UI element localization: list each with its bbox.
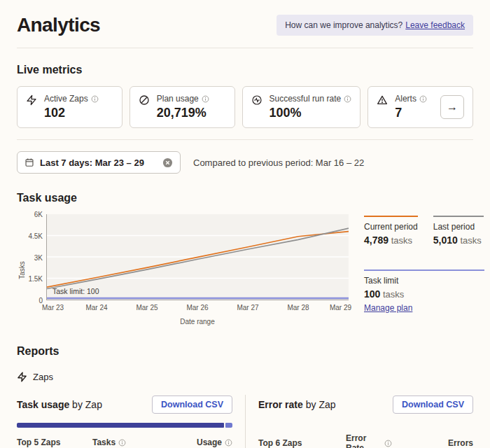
task-usage-by-zap-panel: Task usage by Zap Download CSV Top 5 Zap…	[17, 395, 245, 448]
date-filter-row: Last 7 days: Mar 23 – 29 Compared to pre…	[17, 151, 473, 174]
info-icon[interactable]	[91, 95, 99, 103]
download-csv-button[interactable]: Download CSV	[393, 396, 473, 414]
metric-label: Active Zaps	[44, 94, 88, 104]
tab-zaps[interactable]: Zaps	[17, 372, 53, 382]
panel-title: Error rate by Zap	[258, 399, 336, 410]
comparison-period-text: Compared to previous period: Mar 16 – 22	[193, 158, 364, 168]
error-rate-table: Top 6 Zaps Error Rate Errors Lead intake…	[258, 433, 473, 448]
task-usage-chart-area: Tasks 01.5K3K4.5K6K Task limit: 100 Mar …	[17, 214, 473, 326]
info-icon[interactable]	[384, 440, 392, 447]
line-chart: Tasks 01.5K3K4.5K6K Task limit: 100 Mar …	[17, 214, 349, 326]
panel-title: Task usage by Zap	[17, 399, 102, 410]
info-icon[interactable]	[225, 439, 232, 447]
metric-label: Plan usage	[157, 94, 199, 104]
metric-card-run-rate: Successful run rate 100%	[242, 86, 361, 128]
feedback-banner: How can we improve analytics? Leave feed…	[276, 15, 473, 36]
task-usage-heading: Task usage	[17, 192, 473, 204]
alerts-detail-button[interactable]: →	[440, 95, 464, 119]
date-range-picker[interactable]: Last 7 days: Mar 23 – 29	[17, 151, 181, 174]
column-error-rate: Error Rate	[346, 433, 392, 448]
y-axis-ticks: 01.5K3K4.5K6K	[27, 214, 46, 300]
metric-card-plan-usage: Plan usage 20,719%	[130, 86, 235, 128]
leave-feedback-link[interactable]: Leave feedback	[405, 20, 465, 30]
usage-distribution-bar	[17, 423, 232, 428]
metric-card-active-zaps: Active Zaps 102	[17, 86, 122, 128]
error-rate-by-zap-panel: Error rate by Zap Download CSV Top 6 Zap…	[245, 395, 473, 448]
page-title: Analytics	[17, 14, 100, 36]
metric-value: 100%	[270, 106, 352, 120]
reports-heading: Reports	[17, 345, 473, 358]
column-top-zaps: Top 5 Zaps	[17, 438, 92, 447]
legend-current-period: Current period 4,789 tasks	[364, 216, 418, 246]
table-header-row: Top 5 Zaps Tasks Usage	[17, 433, 232, 448]
metrics-divider	[17, 139, 473, 140]
metric-label: Alerts	[395, 94, 416, 104]
info-icon[interactable]	[419, 95, 427, 103]
pulse-circle-icon	[251, 94, 262, 106]
x-axis-ticks: Mar 23Mar 24Mar 25Mar 26Mar 27Mar 28Mar …	[46, 302, 349, 314]
analytics-page: Analytics How can we improve analytics? …	[0, 0, 490, 448]
column-errors: Errors	[441, 438, 473, 448]
feedback-prompt: How can we improve analytics?	[285, 20, 402, 30]
metric-cards: Active Zaps 102 Plan usage 20	[17, 86, 473, 128]
alert-triangle-icon	[377, 94, 388, 106]
date-range-label: Last 7 days: Mar 23 – 29	[40, 158, 157, 168]
legend-last-period: Last period 5,010 tasks	[433, 216, 484, 246]
zap-icon	[26, 94, 37, 106]
metric-value: 7	[395, 106, 433, 120]
metric-card-alerts: Alerts 7 →	[368, 86, 473, 128]
manage-plan-link[interactable]: Manage plan	[364, 303, 412, 313]
plot-area: Task limit: 100	[46, 214, 349, 300]
zap-icon	[17, 372, 27, 382]
chart-legend: Current period 4,789 tasks Last period 5…	[364, 214, 484, 326]
arrow-right-icon: →	[447, 101, 458, 113]
slash-circle-icon	[139, 94, 150, 106]
page-header: Analytics How can we improve analytics? …	[17, 0, 473, 36]
calendar-icon	[24, 158, 34, 167]
y-axis-title: Tasks	[17, 214, 27, 326]
metric-label: Successful run rate	[270, 94, 342, 104]
live-metrics-heading: Live metrics	[17, 64, 473, 76]
x-axis-title: Date range	[46, 318, 349, 326]
table-header-row: Top 6 Zaps Error Rate Errors	[258, 433, 473, 448]
reports-grid: Task usage by Zap Download CSV Top 5 Zap…	[17, 395, 473, 448]
column-tasks: Tasks	[92, 438, 130, 447]
header-divider	[17, 48, 473, 48]
usage-bar-segment	[225, 423, 232, 428]
info-icon[interactable]	[344, 95, 351, 103]
usage-bar-segment	[17, 423, 224, 428]
download-csv-button[interactable]: Download CSV	[152, 396, 232, 414]
metric-value: 20,719%	[157, 106, 226, 120]
column-top-zaps: Top 6 Zaps	[258, 438, 346, 448]
clear-date-icon[interactable]	[162, 158, 173, 168]
legend-task-limit: Task limit 100 tasks Manage plan	[364, 270, 484, 314]
info-icon[interactable]	[202, 95, 209, 103]
tab-zaps-label: Zaps	[33, 372, 53, 382]
task-usage-table: Top 5 Zaps Tasks Usage Run Python - Rest…	[17, 433, 232, 448]
info-icon[interactable]	[118, 439, 126, 447]
task-limit-annotation: Task limit: 100	[52, 287, 99, 295]
column-usage: Usage	[189, 438, 232, 447]
metric-value: 102	[44, 106, 113, 120]
